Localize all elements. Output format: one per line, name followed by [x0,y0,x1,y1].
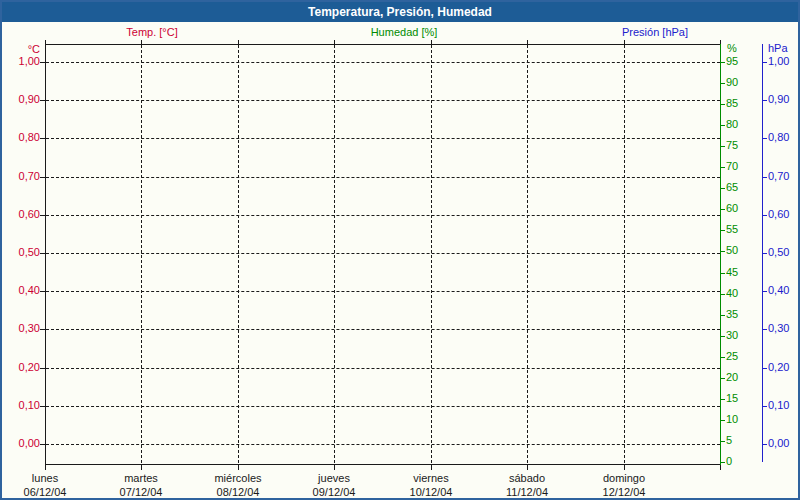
percent-axis-tick-label: 45 [726,266,738,279]
left-axis-tick [40,329,45,330]
day-date-label: 07/12/04 [120,486,163,499]
day-date-label: 10/12/04 [410,486,453,499]
day-date-label: 12/12/04 [603,486,646,499]
percent-axis-tick-label: 15 [726,392,738,405]
gridline-vertical [431,45,432,463]
percent-axis-tick [721,336,725,337]
day-date-label: 11/12/04 [506,486,548,499]
gridline-horizontal [46,253,720,254]
percent-axis-tick [721,399,725,400]
percent-axis-tick-label: 10 [726,413,738,426]
hpa-axis-tick-label: 0,90 [768,93,789,106]
percent-axis-tick [721,462,725,463]
percent-axis-tick [721,167,725,168]
gridline-horizontal [46,406,720,407]
percent-axis-tick [721,294,725,295]
hpa-axis-tick [763,62,767,63]
hpa-axis-tick-label: 0,70 [768,170,789,183]
percent-axis-tick-label: 60 [726,202,738,215]
bottom-axis-tick [624,465,625,470]
gridline-horizontal [46,62,720,63]
percent-axis-tick-label: 20 [726,371,738,384]
plot-border-bottom [45,464,721,465]
percent-axis-tick-label: 0 [726,455,732,468]
left-axis-tick-label: 0,90 [2,93,40,106]
day-date-label: 06/12/04 [24,486,67,499]
percent-axis-tick [721,251,725,252]
left-axis-tick [40,215,45,216]
hpa-axis-tick [763,329,767,330]
left-axis-tick-label: 1,00 [2,55,40,68]
percent-axis-tick-label: 25 [726,350,738,363]
percent-axis-tick-label: 95 [726,55,738,68]
day-name-label: viernes [413,472,448,485]
percent-axis-tick [721,273,725,274]
hpa-axis-tick-label: 0,30 [768,322,789,335]
gridline-vertical [527,45,528,463]
percent-axis-tick-label: 30 [726,329,738,342]
day-name-label: sábado [509,472,545,485]
bottom-axis-tick [431,465,432,470]
percent-axis-tick [721,83,725,84]
bottom-axis-tick [238,465,239,470]
gridline-horizontal [46,177,720,178]
left-axis-tick [40,291,45,292]
hpa-axis-tick [763,215,767,216]
percent-axis-tick-label: 5 [726,434,732,447]
day-name-label: jueves [318,472,350,485]
day-name-label: lunes [32,472,58,485]
top-axis-tick [334,40,335,44]
hpa-axis-tick [763,100,767,101]
percent-axis-tick [721,104,725,105]
bottom-axis-tick [334,465,335,470]
top-axis-tick [238,40,239,44]
percent-axis-tick-label: 35 [726,308,738,321]
percent-axis-tick [721,441,725,442]
percent-axis-tick [721,146,725,147]
day-name-label: miércoles [214,472,261,485]
gridline-horizontal [46,215,720,216]
left-axis-tick-label: 0,20 [2,361,40,374]
percent-axis-tick [721,188,725,189]
day-name-label: domingo [603,472,645,485]
percent-axis-tick-label: 90 [726,76,738,89]
hpa-axis-tick-label: 0,40 [768,284,789,297]
left-axis-tick-label: 0,10 [2,399,40,412]
left-axis-tick-label: 0,80 [2,131,40,144]
percent-axis-tick [721,378,725,379]
hpa-axis-tick [763,253,767,254]
percent-axis-tick [721,230,725,231]
gridline-horizontal [46,368,720,369]
bottom-axis-tick [141,465,142,470]
left-axis-tick-label: 0,40 [2,284,40,297]
gridline-vertical [334,45,335,463]
left-axis-tick [40,406,45,407]
top-axis-tick [141,40,142,44]
top-axis-tick [431,40,432,44]
hpa-axis-tick [763,138,767,139]
gridline-horizontal [46,138,720,139]
left-axis-tick [40,138,45,139]
percent-axis-tick-label: 55 [726,223,738,236]
percent-axis-tick-label: 70 [726,160,738,173]
percent-axis-tick-label: 50 [726,244,738,257]
left-axis-tick-label: 0,70 [2,170,40,183]
left-axis-tick-label: 0,30 [2,322,40,335]
hpa-axis-tick-label: 0,50 [768,246,789,259]
hpa-axis-tick [763,291,767,292]
gridline-horizontal [46,444,720,445]
hpa-axis-tick-label: 0,80 [768,131,789,144]
gridline-horizontal [46,291,720,292]
percent-axis-tick-label: 85 [726,97,738,110]
top-axis-tick [45,40,46,44]
day-date-label: 08/12/04 [217,486,260,499]
top-axis-tick [624,40,625,44]
bottom-axis-tick [527,465,528,470]
gridline-vertical [624,45,625,463]
left-axis-tick-label: 0,50 [2,246,40,259]
hpa-axis-tick-label: 0,10 [768,399,789,412]
hpa-axis-tick-label: 0,00 [768,437,789,450]
hpa-axis-tick [763,444,767,445]
percent-axis-line [720,44,721,465]
left-axis-tick [40,100,45,101]
